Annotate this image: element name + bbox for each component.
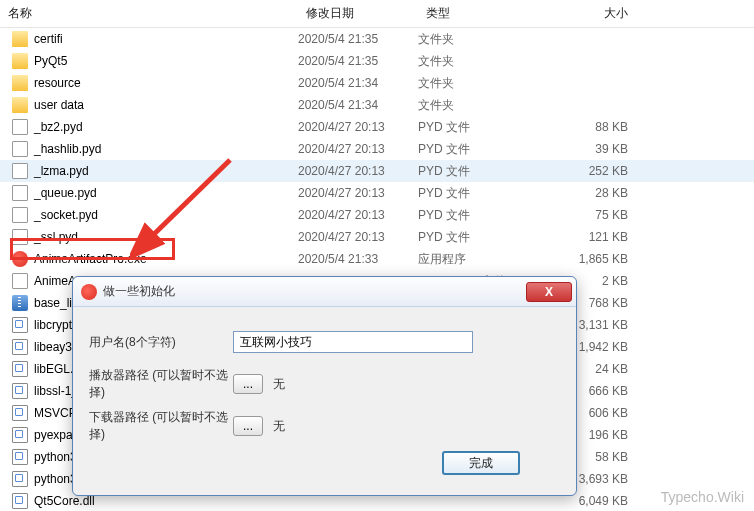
dialog-titlebar[interactable]: 做一些初始化 X (73, 277, 576, 307)
col-header-name[interactable]: 名称 (0, 5, 298, 22)
watermark: Typecho.Wiki (661, 489, 744, 505)
username-input[interactable] (233, 331, 473, 353)
file-name: _ssl.pyd (34, 230, 78, 244)
file-icon (12, 207, 28, 223)
col-header-size[interactable]: 大小 (548, 5, 648, 22)
file-type: 文件夹 (418, 97, 548, 114)
file-size: 88 KB (548, 120, 648, 134)
downloader-path-value: 无 (273, 418, 285, 435)
file-type: PYD 文件 (418, 141, 548, 158)
dll-icon (12, 471, 28, 487)
table-row[interactable]: user data2020/5/4 21:34文件夹 (0, 94, 754, 116)
file-date: 2020/5/4 21:34 (298, 98, 418, 112)
file-date: 2020/4/27 20:13 (298, 142, 418, 156)
player-path-value: 无 (273, 376, 285, 393)
dll-icon (12, 427, 28, 443)
file-icon (12, 185, 28, 201)
downloader-path-label: 下载器路径 (可以暂时不选择) (89, 409, 233, 443)
dll-icon (12, 405, 28, 421)
file-type: PYD 文件 (418, 229, 548, 246)
file-date: 2020/5/4 21:33 (298, 252, 418, 266)
finish-button[interactable]: 完成 (442, 451, 520, 475)
file-type: 应用程序 (418, 251, 548, 268)
file-name: _hashlib.pyd (34, 142, 101, 156)
file-name: Qt5Core.dll (34, 494, 95, 508)
file-date: 2020/5/4 21:35 (298, 32, 418, 46)
file-type: PYD 文件 (418, 119, 548, 136)
folder-icon (12, 75, 28, 91)
file-size: 1,865 KB (548, 252, 648, 266)
close-icon: X (545, 285, 553, 299)
browse-downloader-button[interactable]: ... (233, 416, 263, 436)
file-date: 2020/4/27 20:13 (298, 208, 418, 222)
dll-icon (12, 449, 28, 465)
dll-icon (12, 317, 28, 333)
file-name: user data (34, 98, 84, 112)
file-icon (12, 273, 28, 289)
table-row[interactable]: AnimeArtifactPro.exe2020/5/4 21:33应用程序1,… (0, 248, 754, 270)
file-type: PYD 文件 (418, 207, 548, 224)
table-row[interactable]: PyQt52020/5/4 21:35文件夹 (0, 50, 754, 72)
file-icon (12, 141, 28, 157)
file-name: _socket.pyd (34, 208, 98, 222)
file-name: _lzma.pyd (34, 164, 89, 178)
table-row[interactable]: _ssl.pyd2020/4/27 20:13PYD 文件121 KB (0, 226, 754, 248)
file-type: 文件夹 (418, 31, 548, 48)
file-type: PYD 文件 (418, 185, 548, 202)
column-header-row: 名称 修改日期 类型 大小 (0, 0, 754, 28)
dialog-body: 用户名(8个字符) 播放器路径 (可以暂时不选择) ... 无 下载器路径 (可… (73, 307, 576, 493)
file-date: 2020/5/4 21:35 (298, 54, 418, 68)
col-header-type[interactable]: 类型 (418, 5, 548, 22)
init-dialog: 做一些初始化 X 用户名(8个字符) 播放器路径 (可以暂时不选择) ... 无… (72, 276, 577, 496)
file-size: 75 KB (548, 208, 648, 222)
exe-icon (12, 251, 28, 267)
file-icon (12, 163, 28, 179)
dll-icon (12, 493, 28, 509)
file-name: AnimeArtifactPro.exe (34, 252, 147, 266)
app-icon (81, 284, 97, 300)
file-type: 文件夹 (418, 53, 548, 70)
table-row[interactable]: _socket.pyd2020/4/27 20:13PYD 文件75 KB (0, 204, 754, 226)
table-row[interactable]: resource2020/5/4 21:34文件夹 (0, 72, 754, 94)
dll-icon (12, 383, 28, 399)
username-label: 用户名(8个字符) (89, 334, 233, 351)
file-date: 2020/4/27 20:13 (298, 164, 418, 178)
table-row[interactable]: certifi2020/5/4 21:35文件夹 (0, 28, 754, 50)
file-type: 文件夹 (418, 75, 548, 92)
table-row[interactable]: _hashlib.pyd2020/4/27 20:13PYD 文件39 KB (0, 138, 754, 160)
file-icon (12, 229, 28, 245)
table-row[interactable]: _lzma.pyd2020/4/27 20:13PYD 文件252 KB (0, 160, 754, 182)
col-header-date[interactable]: 修改日期 (298, 5, 418, 22)
dll-icon (12, 361, 28, 377)
browse-player-button[interactable]: ... (233, 374, 263, 394)
file-date: 2020/5/4 21:34 (298, 76, 418, 90)
file-name: PyQt5 (34, 54, 67, 68)
dialog-title: 做一些初始化 (103, 283, 526, 300)
folder-icon (12, 31, 28, 47)
table-row[interactable]: _bz2.pyd2020/4/27 20:13PYD 文件88 KB (0, 116, 754, 138)
file-size: 252 KB (548, 164, 648, 178)
file-name: _queue.pyd (34, 186, 97, 200)
close-button[interactable]: X (526, 282, 572, 302)
table-row[interactable]: _queue.pyd2020/4/27 20:13PYD 文件28 KB (0, 182, 754, 204)
player-path-label: 播放器路径 (可以暂时不选择) (89, 367, 233, 401)
file-size: 28 KB (548, 186, 648, 200)
zip-icon (12, 295, 28, 311)
dll-icon (12, 339, 28, 355)
file-name: certifi (34, 32, 63, 46)
file-name: _bz2.pyd (34, 120, 83, 134)
file-icon (12, 119, 28, 135)
folder-icon (12, 97, 28, 113)
file-date: 2020/4/27 20:13 (298, 230, 418, 244)
file-size: 6,049 KB (548, 494, 648, 508)
file-name: resource (34, 76, 81, 90)
file-date: 2020/4/27 20:13 (298, 186, 418, 200)
file-type: PYD 文件 (418, 163, 548, 180)
file-size: 39 KB (548, 142, 648, 156)
file-size: 121 KB (548, 230, 648, 244)
file-date: 2020/4/27 20:13 (298, 120, 418, 134)
folder-icon (12, 53, 28, 69)
